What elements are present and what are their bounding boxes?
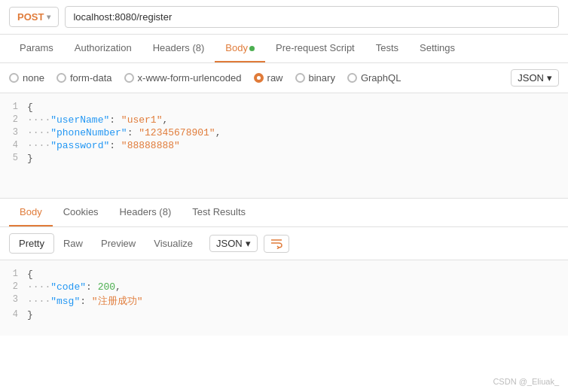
response-tab-cookies[interactable]: Cookies: [53, 199, 109, 226]
radio-urlencoded: [124, 73, 134, 83]
body-type-raw[interactable]: raw: [254, 72, 283, 84]
format-dropdown[interactable]: JSON ▾: [511, 69, 559, 87]
response-tabs: Body Cookies Headers (8) Test Results: [0, 199, 568, 227]
tab-params[interactable]: Params: [9, 35, 64, 62]
request-tabs: Params Authorization Headers (8) Body Pr…: [0, 35, 568, 63]
response-line-4: 4 }: [0, 308, 568, 321]
response-line-1: 1 {: [0, 268, 568, 281]
radio-graphql: [347, 73, 357, 83]
radio-formdata: [56, 73, 66, 83]
body-dot: [249, 46, 255, 51]
response-tab-body[interactable]: Body: [9, 199, 53, 226]
tab-settings[interactable]: Settings: [409, 35, 466, 62]
response-tab-test-results[interactable]: Test Results: [182, 199, 256, 226]
radio-none: [9, 73, 19, 83]
code-line-5: 5 }: [0, 152, 568, 165]
code-line-4: 4 ····"password": "88888888": [0, 139, 568, 152]
tab-tests[interactable]: Tests: [365, 35, 409, 62]
top-bar: POST ▾: [0, 0, 568, 35]
response-body-viewer: 1 { 2 ····"code": 200, 3 ····"msg": "注册成…: [0, 260, 568, 336]
chevron-down-icon: ▾: [547, 72, 552, 84]
sub-tab-raw[interactable]: Raw: [54, 234, 92, 253]
sub-tab-visualize[interactable]: Visualize: [145, 234, 202, 253]
tab-authorization[interactable]: Authorization: [64, 35, 142, 62]
tab-body[interactable]: Body: [215, 35, 265, 62]
radio-raw: [254, 73, 264, 83]
tab-pre-request[interactable]: Pre-request Script: [265, 35, 365, 62]
sub-tab-preview[interactable]: Preview: [92, 234, 145, 253]
code-line-2: 2 ····"userName": "user1",: [0, 114, 568, 126]
response-format-dropdown[interactable]: JSON ▾: [209, 235, 258, 252]
watermark: CSDN @_Eliuak_: [493, 377, 559, 386]
url-input[interactable]: [65, 6, 559, 28]
body-type-formdata[interactable]: form-data: [56, 72, 112, 84]
response-line-2: 2 ····"code": 200,: [0, 281, 568, 293]
body-type-none[interactable]: none: [9, 72, 44, 84]
method-label: POST: [17, 11, 44, 23]
wrap-text-button[interactable]: [264, 235, 289, 253]
radio-binary: [295, 73, 305, 83]
request-body-editor[interactable]: 1 { 2 ····"userName": "user1", 3 ····"ph…: [0, 93, 568, 199]
body-type-graphql[interactable]: GraphQL: [347, 72, 401, 84]
code-line-3: 3 ····"phoneNumber": "12345678901",: [0, 126, 568, 139]
response-sub-tabs: Pretty Raw Preview Visualize JSON ▾: [0, 227, 568, 260]
body-type-urlencoded[interactable]: x-www-form-urlencoded: [124, 72, 242, 84]
body-type-binary[interactable]: binary: [295, 72, 335, 84]
response-line-3: 3 ····"msg": "注册成功": [0, 293, 568, 308]
sub-tab-pretty[interactable]: Pretty: [9, 233, 54, 254]
tab-headers[interactable]: Headers (8): [142, 35, 215, 62]
chevron-down-icon: ▾: [47, 13, 50, 21]
body-type-row: none form-data x-www-form-urlencoded raw…: [0, 63, 568, 93]
response-tab-headers[interactable]: Headers (8): [109, 199, 182, 226]
method-dropdown[interactable]: POST ▾: [9, 7, 59, 27]
code-line-1: 1 {: [0, 101, 568, 114]
chevron-down-icon: ▾: [246, 238, 251, 249]
